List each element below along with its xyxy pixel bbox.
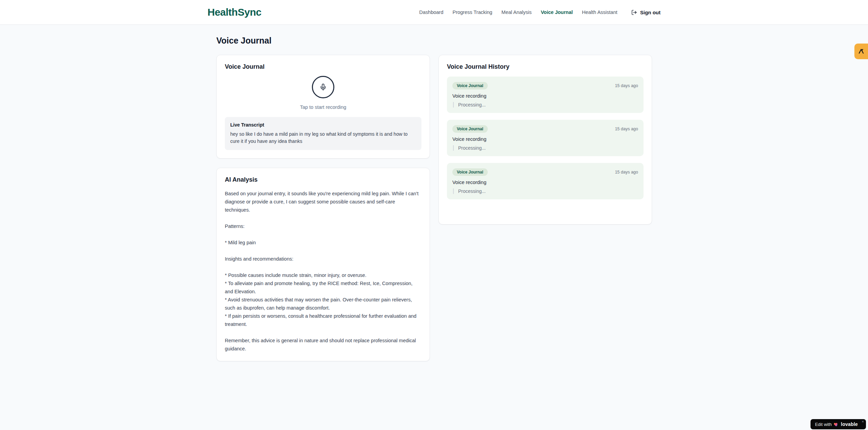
history-entry[interactable]: Voice Journal 15 days ago Voice recordin… [447,163,644,199]
sign-out-button[interactable]: Sign out [631,10,661,15]
sign-out-label: Sign out [640,10,661,15]
live-transcript-title: Live Transcript [230,122,416,128]
history-entry[interactable]: Voice Journal 15 days ago Voice recordin… [447,77,644,113]
nav-item-voice-journal[interactable]: Voice Journal [541,10,573,15]
side-widget-tab[interactable] [854,44,868,59]
record-button[interactable] [312,76,334,98]
left-column: Voice Journal Tap to start recording Liv… [216,55,430,361]
entry-type-badge: Voice Journal [452,82,488,89]
ai-analysis-card: AI Analysis Based on your journal entry,… [216,168,430,361]
main-nav: Dashboard Progress Tracking Meal Analysi… [419,10,661,15]
entry-title: Voice recording [452,136,638,142]
entry-title: Voice recording [452,180,638,185]
entry-timestamp: 15 days ago [615,127,638,131]
gradient-heart-icon [834,422,839,427]
ai-analysis-text: Based on your journal entry, it sounds l… [225,189,421,353]
lovable-logo-icon [857,48,865,55]
nav-item-meal-analysis[interactable]: Meal Analysis [501,10,532,15]
live-transcript-panel: Live Transcript hey so like I do have a … [225,117,421,150]
voice-journal-history-card: Voice Journal History Voice Journal 15 d… [438,55,652,225]
live-transcript-text: hey so like I do have a mild pain in my … [230,131,416,145]
main-content: Voice Journal Voice Journal Tap to start… [216,25,652,361]
entry-type-badge: Voice Journal [452,168,488,176]
edit-badge-prefix: Edit with [815,422,832,427]
brand-logo[interactable]: HealthSync [207,6,261,18]
entry-timestamp: 15 days ago [615,170,638,175]
nav-item-progress-tracking[interactable]: Progress Tracking [452,10,492,15]
edit-badge-brand: lovable [841,421,858,427]
close-icon[interactable]: × [862,420,864,424]
voice-recorder-card: Voice Journal Tap to start recording Liv… [216,55,430,159]
entry-status: Processing... [453,102,638,108]
nav-item-health-assistant[interactable]: Health Assistant [582,10,617,15]
entry-title: Voice recording [452,93,638,99]
entry-status: Processing... [453,188,638,194]
entry-status: Processing... [453,145,638,151]
microphone-icon [319,83,327,91]
logout-icon [631,10,637,15]
tap-to-record-hint: Tap to start recording [300,104,346,110]
entry-timestamp: 15 days ago [615,83,638,88]
header: HealthSync Dashboard Progress Tracking M… [0,0,868,25]
history-entry[interactable]: Voice Journal 15 days ago Voice recordin… [447,120,644,156]
recorder-card-title: Voice Journal [225,63,421,70]
nav-item-dashboard[interactable]: Dashboard [419,10,444,15]
page-title: Voice Journal [216,36,652,46]
entry-type-badge: Voice Journal [452,125,488,133]
ai-analysis-title: AI Analysis [225,176,421,183]
edit-with-lovable-badge[interactable]: Edit with lovable × [811,419,866,429]
history-card-title: Voice Journal History [447,63,644,70]
